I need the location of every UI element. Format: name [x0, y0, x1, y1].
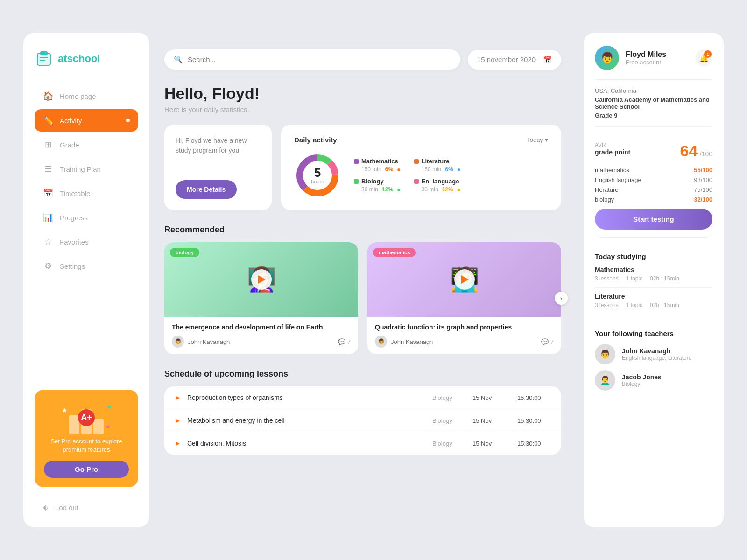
teacher-name-2: Jacob Jones [622, 373, 662, 381]
pro-card: A+ ★ ★ ★ Set Pro account to explore prem… [35, 390, 138, 487]
lit-pct: 6% [445, 166, 453, 173]
school-grade: Grade 9 [595, 112, 712, 119]
profile-info: Floyd Miles Free account [626, 50, 666, 66]
search-bar[interactable]: 🔍 [164, 49, 460, 70]
video-meta-1: 👨 John Kavanagh 💬 7 [172, 336, 351, 348]
pro-illustration: A+ ★ ★ ★ [44, 401, 129, 434]
video-meta-2: 👨 John Kavanagh 💬 7 [375, 336, 554, 348]
schedule-time-1: 15:30:00 [517, 394, 550, 401]
sidebar-item-settings[interactable]: ⚙ Settings [35, 255, 138, 277]
lit-minutes: 150 min [422, 166, 442, 173]
teacher-avatar-1: 👨 [595, 344, 615, 364]
schedule-subject-1: Biology [432, 394, 465, 401]
da-legend: Mathematics 150 min 6% ● [354, 158, 461, 193]
search-input[interactable] [188, 56, 451, 63]
schedule-time-2: 15:30:00 [517, 417, 550, 424]
school-location: USA, California [595, 87, 712, 94]
video-thumb-1: 👩‍🏫 biology [164, 242, 358, 317]
teacher-info-1: John Kavanagh English language, Literatu… [622, 347, 691, 361]
daily-activity-content: 5 hours Mathematics [294, 152, 548, 199]
more-details-button[interactable]: More Details [176, 180, 237, 199]
sidebar-item-favorites[interactable]: ☆ Favorites [35, 231, 138, 253]
lit-label: Literature [422, 158, 450, 165]
schedule-subject-2: Biology [432, 417, 465, 424]
school-info: USA, California California Academy of Ma… [595, 87, 712, 127]
schedule-play-1: ▶ [176, 394, 180, 401]
grade-max: /100 [700, 150, 712, 158]
grade-subject-biology: biology [595, 196, 614, 203]
notification-button[interactable]: 🔔 1 [696, 49, 712, 66]
today-studying-title: Today studying [595, 252, 712, 260]
play-button-2[interactable] [454, 269, 475, 290]
schedule-lesson-3: Cell division. Mitosis [187, 440, 425, 447]
pro-card-text: Set Pro account to explore premium featu… [44, 437, 129, 454]
video-comments-2: 💬 7 [541, 338, 554, 345]
sidebar-item-activity[interactable]: ✏️ Activity [35, 109, 138, 132]
sidebar-item-home[interactable]: 🏠 Home page [35, 85, 138, 107]
grade-row-math: mathematics 55/100 [595, 167, 712, 174]
math-dot [354, 159, 359, 164]
grade-point-label: grade point [595, 148, 630, 156]
video-comments-1: 💬 7 [338, 338, 351, 345]
greeting-subtitle: Here is your daily statistics. [164, 105, 561, 113]
teacher-item-1: 👨 John Kavanagh English language, Litera… [595, 344, 712, 364]
main-content: 🔍 15 november 2020 📅 Hello, Floyd! Here … [149, 33, 576, 527]
promo-card: Hi, Floyd we have a new study program fo… [164, 125, 272, 210]
teachers-section: Your following teachers 👨 John Kavanagh … [595, 329, 712, 396]
avatar-emoji: 👦 [601, 52, 613, 64]
sidebar-label-settings: Settings [60, 262, 85, 270]
video-author-1: 👨 John Kavanagh [172, 336, 230, 348]
date-bar: 15 november 2020 📅 [468, 50, 561, 70]
sidebar-item-grade[interactable]: ⊞ Grade [35, 133, 138, 156]
daily-activity-card: Daily activity Today ▾ [281, 125, 561, 210]
video-title-2: Quadratic function: its graph and proper… [375, 323, 554, 331]
recommended-row: 👩‍🏫 biology The emergence and developmen… [164, 242, 561, 354]
author-name-1: John Kavanagh [188, 338, 230, 345]
schedule-row-2: ▶ Metabolism and energy in the cell Biol… [164, 409, 561, 432]
notification-badge: 1 [704, 50, 712, 58]
schedule-date-2: 15 Nov [472, 417, 510, 424]
teacher-avatar-2: 👨‍🦱 [595, 370, 615, 391]
badge-mathematics: mathematics [373, 248, 416, 257]
schedule-date-1: 15 Nov [472, 394, 510, 401]
go-pro-button[interactable]: Go Pro [44, 461, 129, 478]
grade-rows: mathematics 55/100 English language 98/1… [595, 167, 712, 203]
donut-hours: 5 [311, 167, 324, 179]
play-button-1[interactable] [251, 269, 272, 290]
teacher-name-1: John Kavanagh [622, 347, 691, 355]
study-duration-math: 02h : 15min [650, 275, 679, 282]
daily-activity-title: Daily activity [294, 136, 337, 144]
sidebar-item-progress[interactable]: 📊 Progress [35, 206, 138, 229]
greeting-title: Hello, Floyd! [164, 84, 561, 103]
grade-label-group: AVR grade point [595, 142, 630, 156]
start-testing-button[interactable]: Start testing [595, 209, 712, 230]
study-topic-math: 1 topic [626, 275, 642, 282]
bio-dot [354, 179, 359, 184]
logout-item[interactable]: ⬖ Log out [35, 498, 138, 516]
active-dot [126, 119, 130, 122]
sidebar-item-timetable[interactable]: 📅 Timetable [35, 182, 138, 204]
date-text: 15 november 2020 [477, 56, 536, 63]
comment-count-2: 7 [550, 338, 554, 345]
sidebar-item-training[interactable]: ☰ Training Plan [35, 158, 138, 180]
grade-header: AVR grade point 64 /100 [595, 142, 712, 160]
chevron-right[interactable]: › [555, 292, 568, 305]
promo-text: Hi, Floyd we have a new study program fo… [176, 136, 261, 155]
eng-dot [414, 179, 419, 184]
schedule-row-3: ▶ Cell division. Mitosis Biology 15 Nov … [164, 432, 561, 455]
schedule-lesson-2: Metabolism and energy in the cell [187, 417, 425, 424]
svg-rect-1 [40, 51, 48, 55]
legend-english: En. language 30 min 12% ● [414, 178, 461, 193]
badge-biology: biology [170, 248, 199, 257]
sidebar-nav: 🏠 Home page ✏️ Activity ⊞ Grade ☰ Traini… [35, 85, 138, 380]
schedule-title: Schedule of upcoming lessons [164, 369, 561, 379]
grade-val-biology: 32/100 [694, 196, 712, 203]
eng-pct: 12% [442, 186, 453, 193]
schedule-date-3: 15 Nov [472, 440, 510, 447]
eng-label: En. language [422, 178, 459, 185]
grade-val-math: 55/100 [694, 167, 712, 174]
school-name: California Academy of Mathematics and Sc… [595, 96, 712, 110]
video-card-2: 🧑‍💻 mathematics Quadratic function: its … [367, 242, 561, 354]
comment-icon-2: 💬 [541, 338, 549, 345]
study-lessons-literature: 3 lessons [595, 302, 619, 308]
